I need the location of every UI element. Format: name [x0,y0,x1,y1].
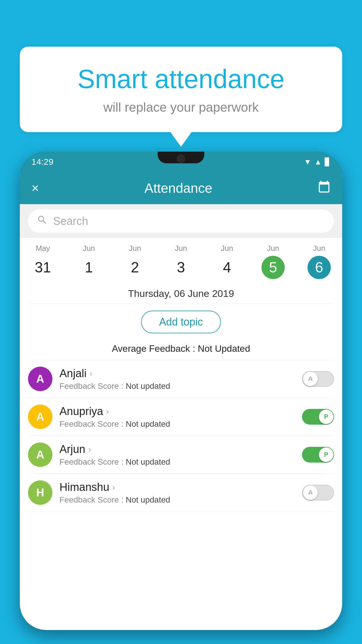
student-info: Anupriya›Feedback Score : Not updated [59,405,302,429]
calendar-day-5[interactable]: Jun5 [250,244,296,282]
feedback-score: Feedback Score : Not updated [59,495,302,505]
cal-month-label: Jun [158,244,204,253]
battery-icon: ▊ [325,158,331,167]
cal-date-label: 1 [77,256,101,279]
front-camera [177,155,185,163]
student-item[interactable]: AAnjali›Feedback Score : Not updatedA [28,360,334,398]
student-name: Anjali› [59,367,302,380]
cal-month-label: Jun [250,244,296,253]
cal-month-label: May [20,244,66,253]
search-container: Search [20,204,342,238]
cal-date-label: 6 [307,256,331,279]
student-avatar: A [28,405,52,429]
toggle-knob: P [319,447,333,462]
cal-month-label: Jun [112,244,158,253]
calendar-day-6[interactable]: Jun6 [296,244,342,282]
student-item[interactable]: AArjun›Feedback Score : Not updatedP [28,436,334,474]
status-icons: ▼ ▲ ▊ [304,158,331,167]
calendar-day-1[interactable]: Jun1 [66,244,112,282]
signal-icon: ▲ [314,158,322,167]
chevron-icon: › [112,482,115,492]
chevron-icon: › [88,444,91,454]
cal-date-label: 3 [169,256,193,279]
calendar-day-31[interactable]: May31 [20,244,66,282]
calendar-day-2[interactable]: Jun2 [112,244,158,282]
phone-frame: 14:29 ▼ ▲ ▊ × Attendance [20,152,342,630]
calendar-day-4[interactable]: Jun4 [204,244,250,282]
student-item[interactable]: AAnupriya›Feedback Score : Not updatedP [28,398,334,436]
search-icon [37,214,48,228]
student-name: Anupriya› [59,405,302,418]
calendar-icon[interactable] [318,180,331,196]
speech-bubble: Smart attendance will replace your paper… [20,47,342,132]
toggle-knob: P [319,410,333,424]
screen: × Attendance Search May31Jun1Jun2Jun3Jun [20,172,342,630]
close-button[interactable]: × [31,181,39,195]
student-list: AAnjali›Feedback Score : Not updatedAAAn… [20,360,342,512]
cal-month-label: Jun [204,244,250,253]
student-name: Arjun› [59,443,302,456]
selected-date-label: Thursday, 06 June 2019 [20,282,342,303]
toggle-knob: A [303,372,318,386]
cal-month-label: Jun [66,244,112,253]
app-title: Attendance [144,180,212,196]
student-info: Himanshu›Feedback Score : Not updated [59,481,302,505]
cal-date-label: 2 [123,256,147,279]
student-avatar: A [28,442,52,467]
search-bar[interactable]: Search [28,209,334,233]
attendance-toggle[interactable]: A [302,371,334,387]
avg-feedback-value: Not Updated [198,343,250,354]
student-name: Himanshu› [59,481,302,494]
student-avatar: H [28,480,52,505]
feedback-score: Feedback Score : Not updated [59,457,302,467]
attendance-toggle[interactable]: P [302,409,334,425]
search-placeholder: Search [53,215,88,228]
phone-notch [158,152,204,163]
average-feedback: Average Feedback : Not Updated [20,343,342,354]
attendance-toggle[interactable]: A [302,485,334,501]
cal-date-label: 5 [261,256,285,279]
student-item[interactable]: HHimanshu›Feedback Score : Not updatedA [28,474,334,512]
add-topic-button[interactable]: Add topic [141,311,221,333]
status-time: 14:29 [31,157,53,167]
chevron-icon: › [89,368,92,378]
feedback-score: Feedback Score : Not updated [59,419,302,429]
calendar-day-3[interactable]: Jun3 [158,244,204,282]
bubble-title: Smart attendance [43,64,319,94]
cal-month-label: Jun [296,244,342,253]
attendance-toggle[interactable]: P [302,447,334,463]
app-bar: × Attendance [20,172,342,204]
avg-feedback-label: Average Feedback : [112,343,198,354]
bubble-subtitle: will replace your paperwork [43,100,319,115]
calendar-row: May31Jun1Jun2Jun3Jun4Jun5Jun6 [20,238,342,282]
cal-date-label: 31 [31,256,55,279]
student-avatar: A [28,367,52,391]
feedback-score: Feedback Score : Not updated [59,382,302,391]
student-info: Anjali›Feedback Score : Not updated [59,367,302,391]
wifi-icon: ▼ [304,158,312,167]
student-info: Arjun›Feedback Score : Not updated [59,443,302,467]
cal-date-label: 4 [215,256,239,279]
toggle-knob: A [303,485,318,500]
chevron-icon: › [106,406,109,416]
